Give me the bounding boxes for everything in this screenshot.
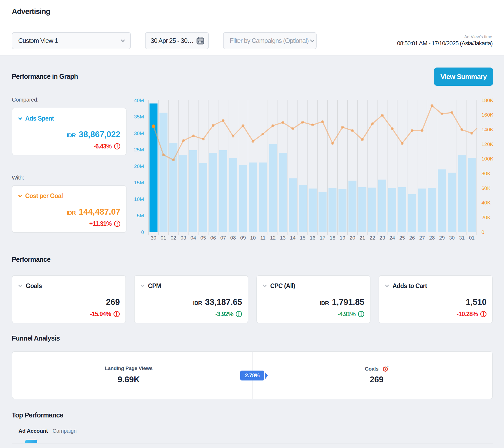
svg-text:05: 05 [200, 235, 206, 241]
svg-text:0: 0 [141, 229, 144, 235]
svg-text:20M: 20M [134, 163, 144, 169]
svg-text:30: 30 [449, 235, 455, 241]
svg-text:40K: 40K [481, 200, 491, 206]
svg-text:120K: 120K [481, 141, 494, 147]
svg-text:180K: 180K [481, 98, 494, 103]
svg-text:01: 01 [469, 235, 475, 241]
svg-text:14: 14 [290, 235, 296, 241]
svg-text:31: 31 [459, 235, 465, 241]
svg-text:16: 16 [310, 235, 316, 241]
svg-text:13: 13 [280, 235, 286, 241]
svg-text:15: 15 [300, 235, 305, 241]
svg-text:08: 08 [230, 235, 236, 241]
svg-text:17: 17 [320, 235, 325, 241]
svg-text:11: 11 [260, 235, 266, 241]
svg-text:23: 23 [379, 235, 385, 241]
svg-text:30M: 30M [134, 130, 144, 136]
svg-text:24: 24 [389, 235, 395, 241]
svg-text:5M: 5M [137, 213, 144, 218]
svg-text:01: 01 [161, 235, 166, 241]
svg-text:02: 02 [171, 235, 176, 241]
svg-text:60K: 60K [481, 185, 491, 191]
svg-text:35M: 35M [134, 114, 144, 120]
svg-text:12: 12 [270, 235, 276, 241]
svg-text:80K: 80K [481, 171, 491, 176]
svg-text:09: 09 [240, 235, 246, 241]
svg-text:29: 29 [439, 235, 445, 241]
svg-text:160K: 160K [481, 112, 494, 118]
svg-text:30: 30 [151, 235, 156, 241]
svg-text:25: 25 [399, 235, 405, 241]
svg-text:15M: 15M [134, 180, 144, 185]
svg-text:20K: 20K [481, 215, 491, 220]
svg-text:20: 20 [350, 235, 355, 241]
svg-text:27: 27 [419, 235, 425, 241]
svg-text:21: 21 [360, 235, 365, 241]
svg-text:28: 28 [429, 235, 435, 241]
svg-text:25M: 25M [134, 147, 144, 152]
svg-text:04: 04 [190, 235, 196, 241]
svg-text:03: 03 [180, 235, 186, 241]
svg-text:100K: 100K [481, 156, 494, 162]
svg-text:06: 06 [210, 235, 216, 241]
svg-text:40M: 40M [134, 98, 144, 103]
svg-text:10: 10 [250, 235, 256, 241]
svg-text:07: 07 [220, 235, 226, 241]
svg-text:19: 19 [340, 235, 345, 241]
svg-text:0: 0 [481, 229, 484, 235]
svg-text:22: 22 [369, 235, 375, 241]
svg-text:140K: 140K [481, 127, 494, 132]
svg-text:18: 18 [330, 235, 335, 241]
svg-text:26: 26 [409, 235, 415, 241]
svg-text:10M: 10M [134, 196, 144, 202]
